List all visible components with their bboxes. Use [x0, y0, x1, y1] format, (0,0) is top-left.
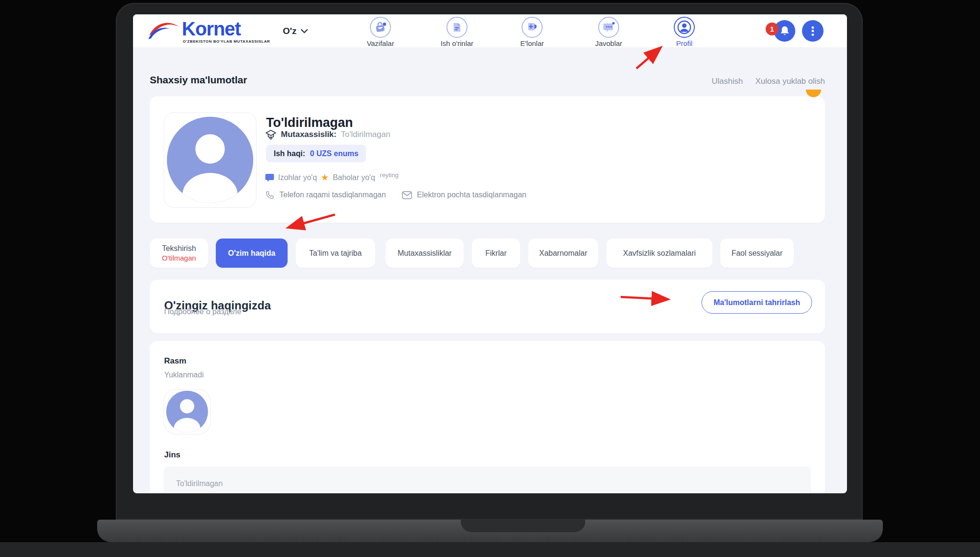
salary-pill: Ish haqi: 0 UZS enums: [266, 145, 366, 162]
tab-label: Fikrlar: [485, 249, 506, 258]
person-icon: [674, 17, 695, 38]
desktop-background: Kornet O'ZBEKISTON BO'YLAB MUTAXASSISLAR…: [0, 0, 980, 557]
email-status: Elektron pochta tasdiqlanmagan: [417, 191, 526, 199]
tab-label: Ta'lim va tajriba: [309, 249, 362, 258]
tab-label: Faol sessiyalar: [732, 249, 783, 258]
nav-item-javoblar[interactable]: Javoblar: [575, 17, 642, 47]
tab-talim-va-tajriba[interactable]: Ta'lim va tajriba: [296, 239, 375, 268]
salary-value: 0 UZS enums: [310, 149, 358, 158]
tab-tekshirish[interactable]: Tekshirish O'tilmagan: [150, 239, 208, 268]
top-navigation-bar: Kornet O'ZBEKISTON BO'YLAB MUTAXASSISLAR…: [133, 14, 847, 48]
browser-viewport: Kornet O'ZBEKISTON BO'YLAB MUTAXASSISLAR…: [133, 14, 847, 493]
star-icon: ★: [321, 173, 329, 182]
profile-avatar[interactable]: [164, 112, 256, 208]
logo-tagline: O'ZBEKISTON BO'YLAB MUTAXASSISLAR: [183, 39, 270, 44]
arrow-to-profil: [636, 48, 660, 68]
tab-label: Xavfsizlik sozlamalari: [623, 249, 696, 258]
gender-field-label: Jins: [164, 450, 180, 460]
reviews-status: Izohlar yo'q: [278, 173, 317, 182]
floor-shadow: [0, 542, 980, 557]
kornet-logo-text[interactable]: Kornet: [182, 18, 241, 40]
laptop-base: [97, 520, 883, 542]
notification-badge: 1: [766, 23, 779, 35]
nav-label: E'lonlar: [499, 39, 566, 47]
nav-item-vazifalar[interactable]: Vazifalar: [347, 17, 414, 47]
ratings-row: Izohlar yo'q ★ Baholar yo'q reyting: [265, 173, 399, 182]
tab-xabarnomalar[interactable]: Xabarnomalar: [528, 239, 598, 268]
nav-item-elonlar[interactable]: E'lonlar: [499, 17, 566, 47]
laptop-base-notch: [461, 520, 585, 532]
envelope-icon: [402, 191, 412, 199]
profile-name: To'ldirilmagan: [266, 115, 353, 130]
edit-info-button[interactable]: Ma'lumotlarni tahrirlash: [702, 291, 812, 314]
bell-icon: [780, 25, 790, 37]
tab-label: O'zim haqida: [228, 249, 276, 258]
tab-label: Mutaxassisliklar: [398, 249, 452, 258]
about-section-card: O'zingiz haqingizda Подробнее о разделе …: [150, 280, 825, 333]
announcement-icon: [522, 17, 543, 38]
specialty-value: To'ldirilmagan: [341, 130, 390, 139]
tab-sublabel: O'tilmagan: [162, 254, 196, 262]
profile-summary-card: To'ldirilmagan Mutaxassislik: To'ldirilm…: [150, 96, 825, 223]
tab-faol-sessiyalar[interactable]: Faol sessiyalar: [720, 239, 794, 268]
language-selector[interactable]: O'z: [283, 26, 308, 36]
salary-label: Ish haqi:: [274, 149, 305, 158]
briefcase-icon: [370, 17, 391, 38]
tab-label: Tekshirish: [162, 244, 196, 253]
nav-label: Profil: [651, 39, 718, 47]
tab-ozim-haqida[interactable]: O'zim haqida: [216, 239, 288, 268]
language-label: O'z: [283, 26, 297, 36]
photo-placeholder-avatar[interactable]: [164, 389, 211, 434]
about-form-card: Rasm Yuklanmadi Jins: [150, 341, 825, 493]
nav-item-ish-orinlar[interactable]: Ish o'rinlar: [423, 17, 490, 47]
specialty-row: Mutaxassislik: To'ldirilmagan: [265, 129, 390, 140]
tab-label: Xabarnomalar: [539, 249, 588, 258]
download-summary-link[interactable]: Xulosa yuklab olish: [755, 77, 825, 86]
tab-xavfsizlik-sozlamalari[interactable]: Xavfsizlik sozlamalari: [606, 239, 713, 268]
nav-label: Vazifalar: [347, 39, 414, 47]
ratings-suffix: reyting: [380, 171, 399, 179]
kebab-menu-icon: [812, 25, 814, 37]
page-actions: Ulashish Xulosa yuklab olish: [712, 77, 825, 86]
kornet-logo-swoosh-icon[interactable]: [147, 19, 182, 44]
phone-status: Telefon raqami tasdiqlanmagan: [279, 191, 386, 199]
tab-fikrlar[interactable]: Fikrlar: [472, 239, 520, 268]
page-title: Shaxsiy ma'lumotlar: [150, 74, 247, 86]
photo-field-label: Rasm: [164, 356, 186, 366]
chevron-down-icon: [301, 29, 308, 34]
specialty-label: Mutaxassislik:: [281, 130, 336, 139]
photo-status: Yuklanmadi: [164, 371, 204, 379]
nav-label: Javoblar: [575, 39, 642, 47]
document-icon: [446, 17, 468, 38]
more-menu-button[interactable]: [802, 20, 824, 42]
nav-label: Ish o'rinlar: [423, 39, 490, 47]
chat-bubbles-icon: [598, 17, 619, 38]
nav-item-profil[interactable]: Profil: [651, 17, 718, 47]
phone-icon: [265, 190, 275, 200]
gender-input[interactable]: [164, 466, 811, 493]
graduation-cap-icon: [265, 129, 277, 140]
ratings-status: Baholar yo'q: [333, 173, 375, 182]
comment-icon: [265, 173, 274, 182]
share-link[interactable]: Ulashish: [712, 77, 743, 86]
verification-row: Telefon raqami tasdiqlanmagan Elektron p…: [265, 190, 526, 200]
about-subtitle: Подробнее о разделе: [164, 307, 241, 316]
tab-mutaxassisliklar[interactable]: Mutaxassisliklar: [386, 239, 464, 268]
